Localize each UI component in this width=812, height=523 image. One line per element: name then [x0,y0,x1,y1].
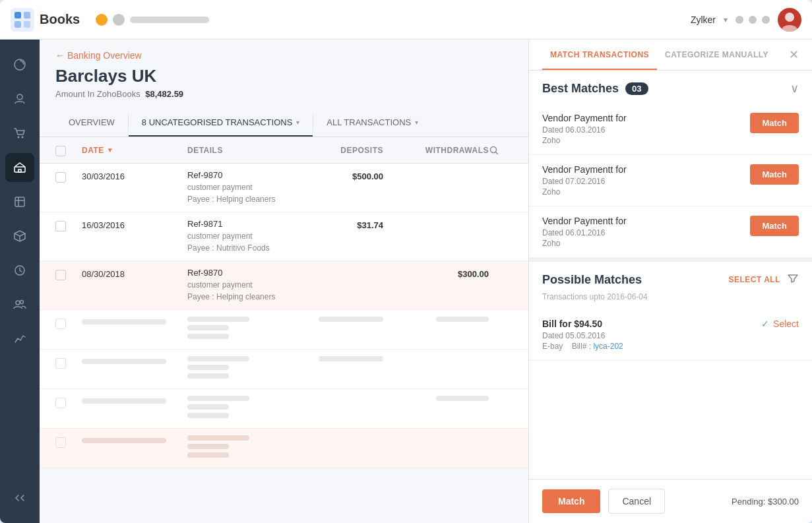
sidebar-toggle[interactable] [5,483,34,512]
svg-point-9 [18,137,20,138]
cell-deposit: $31.74 [291,219,383,230]
row-checkbox[interactable] [55,219,82,231]
table-row-skeleton [40,389,528,429]
possible-matches-subtitle: Transactions upto 2016-06-04 [529,292,812,309]
sidebar-item-shopping[interactable] [5,119,34,148]
svg-rect-3 [15,21,21,28]
top-bar: Books Zylker ▾ [0,0,812,40]
sidebar-item-analytics[interactable] [5,324,34,354]
svg-rect-13 [15,197,24,206]
table-row: 30/03/2016 Ref-9870 customer payment Pay… [40,164,528,212]
status-dot-yellow [96,14,108,26]
logo-area: Books [11,8,80,32]
row-checkbox[interactable] [55,268,82,280]
close-icon[interactable]: ✕ [789,49,799,61]
cell-date: 08/30/2018 [82,268,187,279]
page-subtitle: Amount In ZohoBooks $8,482.59 [55,89,513,99]
cell-details: Ref-9870 customer payment Payee : Helpin… [187,170,291,205]
tab-categorize-manually[interactable]: CATEGORIZE MANUALLY [657,40,776,70]
cell-deposit: $500.00 [291,170,383,181]
sidebar-item-dashboard[interactable] [5,50,34,79]
table-row-skeleton [40,310,528,350]
action-dots [735,16,770,24]
svg-rect-1 [15,12,21,18]
tab-match-transactions[interactable]: MATCH TRANSACTIONS [542,40,657,70]
collapse-icon[interactable]: ∨ [790,81,799,96]
match-button-2[interactable]: Match [750,164,799,185]
back-link[interactable]: ← Banking Overview [55,50,142,61]
select-all-button[interactable]: SELECT ALL [728,275,780,284]
th-search[interactable] [489,144,513,156]
th-date[interactable]: DATE ▼ [82,144,187,156]
dot-1 [735,16,743,24]
sidebar-item-cart[interactable] [5,187,34,216]
header-checkbox[interactable] [55,146,66,156]
th-checkbox [55,144,82,156]
sidebar-item-contacts[interactable] [5,84,34,113]
table-row-skeleton [40,429,528,468]
user-dropdown-arrow[interactable]: ▾ [724,15,728,24]
match-button-1[interactable]: Match [750,113,799,133]
cell-details: Ref-9871 customer payment Payee : Nutrit… [187,219,291,254]
breadcrumb: ← Banking Overview [40,40,528,66]
cell-details: Ref-9870 customer payment Payee : Helpin… [187,268,291,303]
best-matches-badge: 03 [625,82,648,95]
filter-icon[interactable] [787,272,799,287]
sidebar-item-banking[interactable] [5,153,34,182]
th-deposits: DEPOSITS [291,144,383,156]
svg-rect-4 [24,21,30,28]
svg-rect-2 [24,12,30,18]
page-header: Barclays UK Amount In ZohoBooks $8,482.5… [40,66,528,109]
cell-date: 16/03/2016 [82,219,187,230]
svg-point-6 [782,25,797,32]
th-withdrawals: WITHDRAWALS [383,144,489,156]
tab-uncategorised[interactable]: 8 UNCATEGORISED TRANSACTIONS ▾ [129,109,313,137]
best-matches-title: Best Matches 03 [542,82,648,96]
table-header: DATE ▼ DETAILS DEPOSITS WITHDRAWALS [40,137,528,164]
app-title: Books [40,12,80,27]
logo-icon [11,8,34,32]
bill-ref: E-bay Bill# : lyca-202 [542,342,799,351]
match-item-2: Vendor Paymentt for Dated 07.02.2016 Zoh… [529,155,812,206]
th-details: DETAILS [187,144,291,156]
status-dot-gray [113,14,125,26]
svg-rect-0 [11,8,34,32]
user-menu[interactable]: Zylker [691,15,716,25]
bill-ref-link[interactable]: lyca-202 [593,342,623,351]
sidebar-item-box[interactable] [5,222,34,251]
match-item-3: Vendor Paymentt for Dated 06.01.2016 Zoh… [529,206,812,258]
loading-indicators [96,14,209,26]
svg-point-15 [16,301,20,305]
sidebar-item-people[interactable] [5,290,34,319]
row-checkbox[interactable] [55,170,82,183]
footer-cancel-button[interactable]: Cancel [608,489,665,514]
cell-date: 30/03/2016 [82,170,187,181]
dot-3 [762,16,770,24]
tab-all-transactions[interactable]: ALL TRANSACTIONS ▾ [313,109,431,137]
loading-bar [130,16,209,23]
footer-match-button[interactable]: Match [542,489,600,513]
page-title: Barclays UK [55,66,513,86]
tab-arrow-2: ▾ [415,119,418,126]
match-item-1: Vendor Paymentt for Dated 06.03.2016 Zoh… [529,104,812,155]
bill-date: Dated 05.05.2016 [542,331,799,340]
cell-withdrawal [383,219,489,220]
select-button[interactable]: ✓ Select [761,319,799,329]
sidebar [0,40,40,523]
table-container: DATE ▼ DETAILS DEPOSITS WITHDRAWALS [40,137,528,523]
table-row: 16/03/2016 Ref-9871 customer payment Pay… [40,212,528,261]
match-button-3[interactable]: Match [750,216,799,236]
tab-overview[interactable]: OVERVIEW [55,109,128,137]
right-panel: MATCH TRANSACTIONS CATEGORIZE MANUALLY ✕… [528,40,812,523]
sidebar-item-clock[interactable] [5,256,34,285]
bill-title: Bill for $94.50 [542,319,602,329]
sort-icon: ▼ [107,146,113,154]
table-row-skeleton [40,350,528,389]
panel-content: Best Matches 03 ∨ Vendor Paymentt for Da… [529,71,812,479]
bill-item: Bill for $94.50 ✓ Select Dated 05.05.201… [529,309,812,361]
top-bar-right: Zylker ▾ [691,8,801,32]
svg-point-16 [20,301,24,304]
pending-amount: Pending: $300.00 [732,497,799,507]
tabs-bar: OVERVIEW 8 UNCATEGORISED TRANSACTIONS ▾ … [40,109,528,137]
avatar[interactable] [778,8,801,32]
